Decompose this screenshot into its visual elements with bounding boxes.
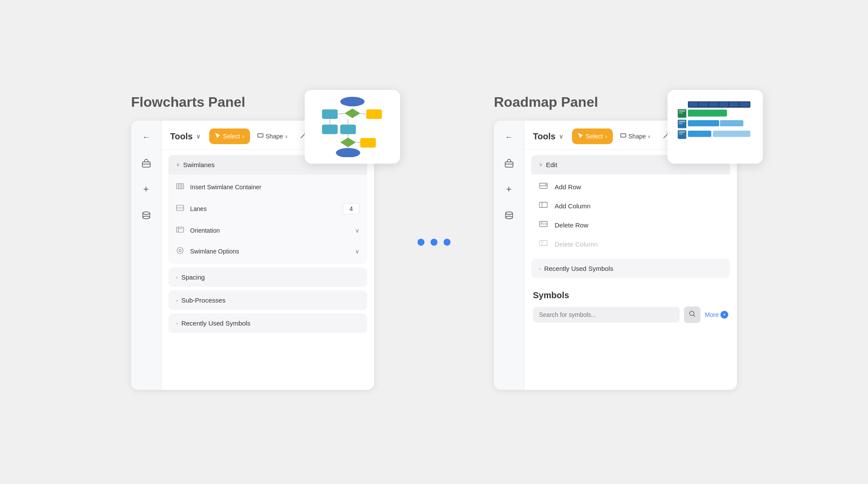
svg-rect-36 [689, 102, 698, 107]
svg-point-60 [506, 212, 513, 214]
roadmap-add-button[interactable]: + [500, 181, 518, 198]
roadmap-cylinder-icon [504, 211, 514, 220]
shape-tool[interactable]: Shape ∨ [252, 128, 293, 144]
roadmap-preview-svg [676, 96, 754, 157]
dot-2 [431, 239, 437, 246]
svg-rect-30 [177, 227, 184, 232]
select-tool[interactable]: Select ∨ [209, 128, 250, 144]
add-column-item[interactable]: Add Column [531, 196, 730, 215]
roadmap-select-chevron: ∨ [605, 134, 608, 139]
roadmap-sidebar: ← + [494, 121, 524, 390]
recently-used-header[interactable]: › Recently Used Symbols [168, 313, 367, 333]
insert-swimlane-row[interactable]: Insert Swimlane Container [176, 179, 359, 195]
dot-1 [418, 239, 424, 246]
insert-swimlane-icon [176, 182, 186, 192]
add-row-icon [539, 181, 549, 192]
back-button[interactable]: ← [138, 128, 155, 146]
svg-rect-45 [688, 109, 727, 116]
svg-rect-38 [709, 102, 719, 107]
svg-line-5 [360, 113, 366, 114]
roadmap-shape-icon [620, 132, 627, 141]
delete-row-item[interactable]: Delete Row [531, 215, 730, 234]
shape-label: Shape [266, 133, 283, 140]
edit-chevron: ∨ [539, 162, 542, 168]
delete-row-icon [539, 220, 549, 230]
flowcharts-preview [305, 90, 400, 164]
spacing-label: Spacing [181, 273, 205, 281]
orientation-label: Orientation [190, 227, 351, 234]
svg-rect-22 [258, 134, 263, 137]
svg-line-77 [694, 315, 695, 317]
roadmap-recently-used-label: Recently Used Symbols [544, 265, 613, 272]
svg-rect-41 [740, 102, 750, 107]
select-chevron: ∨ [242, 134, 245, 139]
shape-chevron: ∨ [285, 134, 288, 139]
add-row-item[interactable]: Add Row [531, 177, 730, 196]
symbols-search-input[interactable] [533, 307, 680, 323]
roadmap-toolbox-button[interactable] [500, 155, 518, 172]
back-icon: ← [142, 133, 150, 142]
symbols-more-button[interactable]: More + [705, 311, 728, 319]
svg-rect-32 [179, 228, 183, 229]
recently-used-label: Recently Used Symbols [181, 319, 250, 327]
insert-swimlane-label: Insert Swimlane Container [190, 184, 359, 191]
svg-rect-69 [539, 202, 547, 207]
roadmap-shape-tool[interactable]: Shape ∨ [615, 128, 656, 144]
toolbox-button[interactable] [138, 155, 155, 172]
svg-rect-51 [678, 128, 750, 129]
more-plus-icon: + [720, 311, 728, 319]
roadmap-select-label: Select [586, 133, 603, 140]
svg-marker-2 [345, 109, 360, 118]
svg-point-0 [340, 97, 365, 106]
svg-rect-50 [678, 118, 750, 118]
roadmap-shape-label: Shape [628, 133, 646, 140]
svg-rect-6 [322, 125, 338, 134]
flowcharts-sections: ∨ Swimlanes Insert Swimlane Container [161, 150, 374, 390]
symbols-search-button[interactable] [684, 306, 700, 323]
lanes-value[interactable]: 4 [343, 203, 359, 214]
flowcharts-sidebar: ← + [131, 121, 161, 390]
svg-rect-57 [679, 133, 683, 135]
svg-rect-52 [679, 110, 685, 112]
svg-line-4 [338, 113, 345, 114]
flowcharts-title: Flowcharts Panel [131, 94, 245, 110]
lanes-icon [176, 204, 186, 214]
roadmap-plus-icon: + [506, 184, 512, 195]
roadmap-panel-wrapper: Roadmap Panel [494, 94, 737, 390]
svg-rect-74 [539, 240, 547, 246]
delete-column-label: Delete Column [555, 240, 598, 248]
flowcharts-preview-svg [313, 96, 391, 157]
svg-rect-37 [699, 102, 708, 107]
svg-rect-39 [719, 102, 729, 107]
swimlane-options-row[interactable]: Swimlane Options ∨ [176, 243, 359, 260]
roadmap-cylinder-button[interactable] [500, 207, 518, 224]
cylinder-button[interactable] [138, 207, 155, 224]
swimlanes-chevron: ∨ [176, 162, 180, 168]
svg-point-34 [179, 250, 181, 252]
lanes-label: Lanes [190, 205, 339, 212]
tools-label: Tools [170, 132, 193, 142]
add-button[interactable]: + [138, 181, 155, 198]
orientation-chevron: ∨ [355, 227, 359, 234]
svg-rect-48 [688, 131, 711, 137]
orientation-row[interactable]: Orientation ∨ [176, 222, 359, 239]
subprocesses-chevron: › [176, 298, 178, 303]
svg-marker-10 [340, 138, 356, 147]
svg-rect-16 [142, 162, 150, 167]
plus-icon: + [143, 184, 149, 195]
subprocesses-header[interactable]: › Sub-Processes [168, 290, 367, 310]
orientation-icon [176, 226, 186, 235]
add-row-label: Add Row [555, 183, 581, 191]
svg-rect-47 [720, 120, 743, 126]
roadmap-toolbox-icon [504, 158, 514, 168]
delete-row-label: Delete Row [555, 221, 589, 229]
roadmap-select-tool[interactable]: Select ∨ [572, 128, 613, 144]
roadmap-recently-used-header[interactable]: › Recently Used Symbols [531, 259, 730, 278]
roadmap-back-button[interactable]: ← [500, 128, 518, 146]
symbols-section: Symbols More + [524, 283, 737, 330]
svg-rect-1 [322, 109, 338, 119]
edit-label: Edit [546, 161, 557, 168]
spacing-header[interactable]: › Spacing [168, 267, 367, 287]
svg-rect-53 [679, 112, 683, 114]
roadmap-tools-chevron: ∨ [559, 133, 563, 140]
